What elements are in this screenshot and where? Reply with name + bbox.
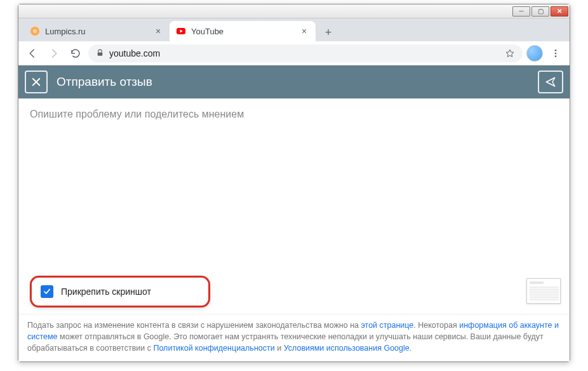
reload-button[interactable] (67, 44, 84, 62)
legal-request-link[interactable]: этой странице (361, 321, 413, 330)
svg-rect-4 (98, 52, 103, 55)
window-maximize-button[interactable]: ▢ (531, 6, 549, 17)
attach-screenshot-label: Прикрепить скриншот (61, 287, 151, 297)
terms-link[interactable]: Условиями использования Google (284, 344, 410, 353)
feedback-footer: Подать запрос на изменение контента в св… (18, 314, 570, 361)
check-icon (43, 287, 51, 296)
feedback-title: Отправить отзыв (57, 75, 529, 89)
close-icon: ✕ (557, 8, 562, 15)
tab-title: Lumpics.ru (45, 27, 148, 36)
window-close-button[interactable]: ✕ (551, 6, 568, 17)
new-tab-button[interactable]: + (319, 24, 337, 41)
address-bar[interactable]: youtube.com (88, 44, 523, 62)
attach-screenshot-highlight: Прикрепить скриншот (30, 276, 210, 307)
svg-point-5 (555, 50, 557, 51)
os-titlebar: ─ ▢ ✕ (18, 4, 570, 18)
send-icon (544, 76, 558, 88)
star-icon (505, 48, 515, 58)
minimize-icon: ─ (519, 8, 523, 15)
tab-lumpics[interactable]: Lumpics.ru × (23, 21, 170, 41)
reload-icon (70, 48, 81, 59)
lumpics-favicon-icon (30, 26, 40, 36)
privacy-policy-link[interactable]: Политикой конфиденциальности (153, 344, 274, 353)
svg-point-1 (33, 29, 37, 33)
forward-button[interactable] (45, 44, 63, 62)
bookmark-star-button[interactable] (505, 48, 515, 58)
arrow-right-icon (48, 48, 60, 59)
footer-text: и (275, 344, 284, 353)
close-icon (30, 76, 42, 88)
lock-icon (96, 49, 104, 57)
browser-window: ─ ▢ ✕ Lumpics.ru × YouTube × + (18, 4, 570, 362)
plus-icon: + (325, 26, 332, 39)
tab-strip: Lumpics.ru × YouTube × + (18, 18, 570, 41)
feedback-send-button[interactable] (538, 71, 563, 93)
tab-youtube[interactable]: YouTube × (170, 21, 316, 41)
browser-menu-button[interactable] (547, 44, 565, 62)
feedback-textarea-area[interactable] (18, 130, 570, 269)
footer-text: Подать запрос на изменение контента в св… (27, 321, 361, 330)
footer-text: . Некоторая (413, 321, 459, 330)
feedback-textarea[interactable]: Опишите проблему или поделитесь мнением (18, 98, 570, 130)
tab-title: YouTube (191, 27, 294, 36)
attach-screenshot-checkbox[interactable] (41, 285, 53, 298)
arrow-left-icon (27, 48, 38, 59)
url-text: youtube.com (109, 48, 160, 58)
toolbar: youtube.com (18, 41, 570, 65)
maximize-icon: ▢ (538, 8, 544, 15)
footer-text: . (410, 344, 411, 353)
tab-close-icon[interactable]: × (153, 26, 163, 36)
attach-screenshot-row: Прикрепить скриншот (18, 269, 570, 314)
svg-point-6 (555, 52, 557, 54)
kebab-icon (551, 48, 561, 58)
profile-avatar[interactable] (526, 45, 543, 62)
feedback-body: Опишите проблему или поделитесь мнением … (18, 98, 570, 361)
back-button[interactable] (23, 44, 41, 62)
feedback-close-button[interactable] (25, 71, 48, 93)
svg-point-7 (555, 55, 557, 57)
youtube-favicon-icon (176, 26, 186, 36)
tab-close-icon[interactable]: × (299, 26, 309, 36)
screenshot-thumbnail[interactable] (526, 278, 561, 304)
window-minimize-button[interactable]: ─ (512, 6, 530, 17)
feedback-header: Отправить отзыв (18, 65, 570, 98)
